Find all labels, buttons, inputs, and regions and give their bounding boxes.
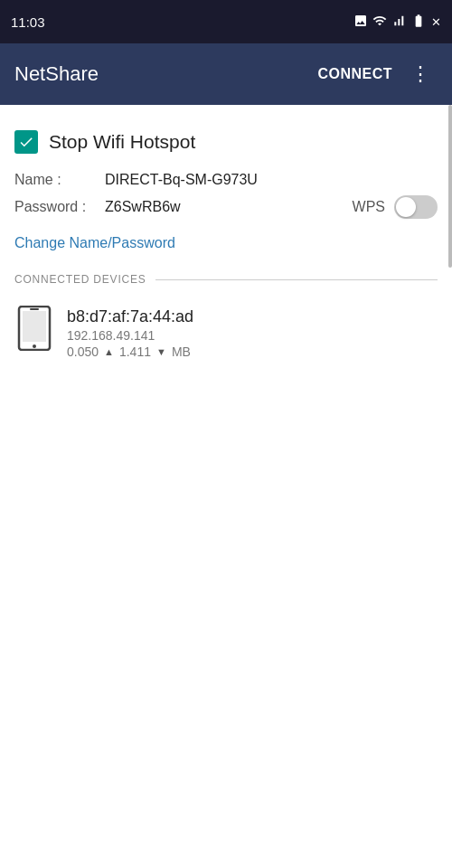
download-arrow-icon: ▼ — [156, 346, 166, 357]
device-row[interactable]: b8:d7:af:7a:44:ad 192.168.49.141 0.050 ▲… — [14, 300, 438, 363]
battery-icon — [410, 14, 427, 31]
signal-icon — [391, 14, 406, 31]
device-icon-wrap — [14, 304, 54, 353]
upload-value: 0.050 — [67, 344, 99, 359]
password-wps-row: Password : Z6SwRB6w WPS — [14, 192, 438, 222]
main-content: Stop Wifi Hotspot Name : DIRECT-Bq-SM-G9… — [0, 105, 452, 363]
wps-area[interactable]: WPS — [353, 195, 438, 219]
wps-text: WPS — [353, 199, 385, 215]
svg-point-2 — [33, 344, 36, 348]
connected-devices-header: CONNECTED DEVICES — [14, 266, 438, 300]
status-bar: 11:03 ✕ — [0, 0, 452, 43]
close-icon: ✕ — [431, 15, 441, 29]
device-phone-icon — [17, 306, 52, 351]
svg-rect-3 — [30, 308, 39, 310]
checkmark-icon — [18, 134, 34, 150]
change-link[interactable]: Change Name/Password — [14, 222, 438, 266]
device-ip: 192.168.49.141 — [67, 328, 193, 343]
traffic-unit: MB — [172, 344, 191, 359]
name-row: Name : DIRECT-Bq-SM-G973U — [14, 168, 438, 192]
photo-icon — [353, 14, 368, 31]
device-traffic: 0.050 ▲ 1.411 ▼ MB — [67, 344, 193, 359]
download-value: 1.411 — [119, 344, 151, 359]
status-icons: ✕ — [353, 14, 441, 31]
device-mac: b8:d7:af:7a:44:ad — [67, 307, 193, 326]
device-info: b8:d7:af:7a:44:ad 192.168.49.141 0.050 ▲… — [67, 304, 193, 359]
password-row-left: Password : Z6SwRB6w — [14, 199, 181, 215]
name-label: Name : — [14, 172, 105, 188]
hotspot-label: Stop Wifi Hotspot — [49, 131, 195, 153]
app-bar-actions: CONNECT ⋮ — [314, 59, 438, 90]
hotspot-checkbox[interactable] — [14, 130, 38, 154]
app-title: NetShare — [14, 62, 99, 86]
wifi-icon — [372, 14, 387, 31]
name-value: DIRECT-Bq-SM-G973U — [105, 172, 258, 188]
connected-devices-label: CONNECTED DEVICES — [14, 273, 146, 286]
scrollbar[interactable] — [448, 105, 452, 268]
upload-arrow-icon: ▲ — [104, 346, 114, 357]
more-options-icon[interactable]: ⋮ — [403, 59, 438, 90]
password-value: Z6SwRB6w — [105, 199, 181, 215]
divider-line — [155, 279, 438, 280]
svg-rect-1 — [23, 311, 46, 342]
hotspot-toggle-row[interactable]: Stop Wifi Hotspot — [14, 119, 438, 163]
status-time: 11:03 — [11, 14, 45, 30]
wps-toggle[interactable] — [394, 195, 438, 219]
password-label: Password : — [14, 199, 105, 215]
connect-button[interactable]: CONNECT — [314, 59, 396, 90]
info-section: Name : DIRECT-Bq-SM-G973U Password : Z6S… — [14, 163, 438, 222]
app-bar: NetShare CONNECT ⋮ — [0, 43, 452, 105]
